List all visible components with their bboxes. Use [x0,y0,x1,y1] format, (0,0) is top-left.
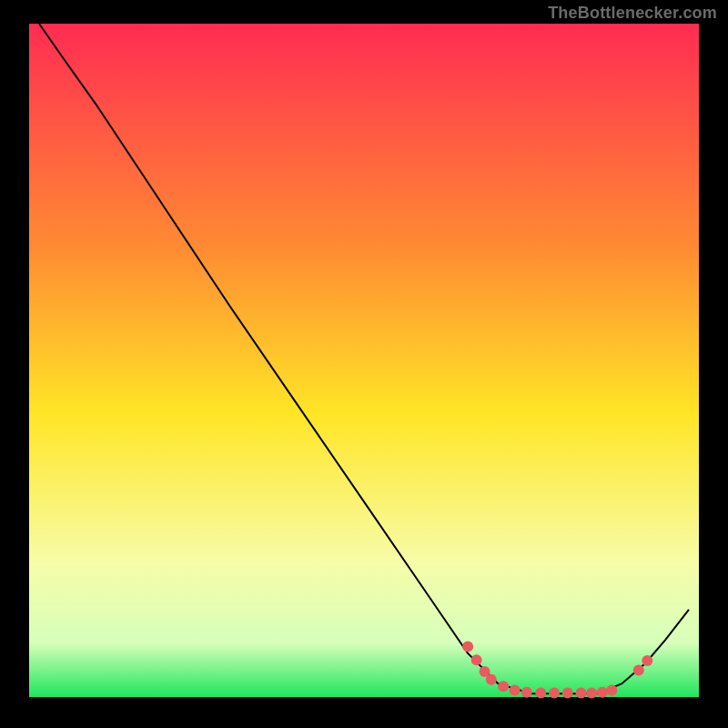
watermark-text: TheBottlenecker.com [548,4,717,23]
gradient-background [29,24,699,697]
bottom-border [29,697,699,699]
data-dot [486,674,497,685]
data-dot [521,687,532,698]
data-dot [498,681,509,692]
data-dot [510,685,521,696]
chart-stage: TheBottlenecker.com [0,0,728,728]
data-dot [606,685,617,696]
chart-svg [0,0,728,728]
data-dot [462,642,473,652]
data-dot [586,688,597,699]
data-dot [642,655,652,666]
data-dot [549,688,560,699]
data-dot [597,687,608,698]
data-dot [535,688,546,699]
data-dot [562,688,573,699]
plot-area [29,24,699,699]
data-dot [633,664,644,675]
data-dot [576,688,587,699]
data-dot [471,654,482,665]
